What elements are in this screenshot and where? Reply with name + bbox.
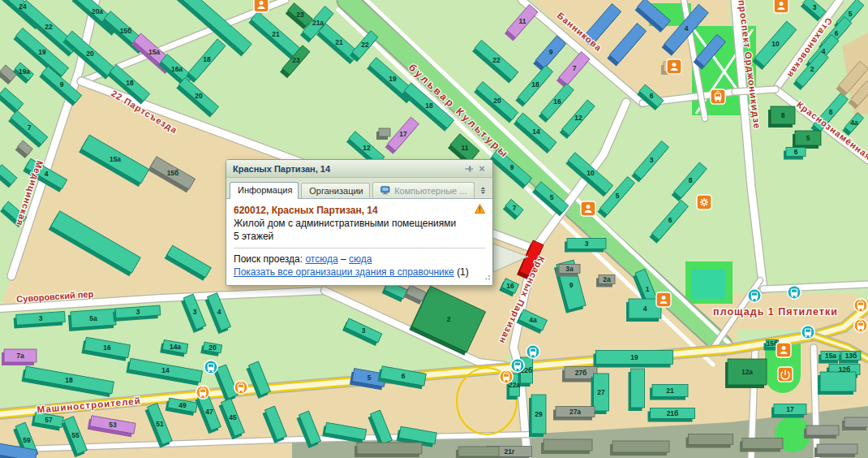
building-number-label: 53 (109, 421, 117, 429)
person-icon[interactable] (774, 0, 789, 13)
resize-grip[interactable] (483, 272, 491, 285)
building-number-label: 20 (86, 50, 94, 58)
building-number-label: 21 (335, 38, 343, 46)
bus-icon[interactable] (204, 361, 217, 374)
bus-icon[interactable] (788, 286, 801, 299)
street-label: площадь 1 Пятилетки (713, 306, 838, 318)
route-from-link[interactable]: отсюда (305, 253, 337, 265)
building[interactable] (817, 444, 857, 454)
building-number-label: 15а (825, 352, 836, 360)
route-search-row: Поиск проезда: отсюда – сюда (234, 253, 485, 266)
road (814, 348, 817, 458)
building[interactable] (742, 439, 783, 449)
building-number-label: 2 (810, 65, 814, 73)
warning-icon[interactable] (475, 204, 485, 217)
person-icon[interactable] (581, 201, 595, 216)
building[interactable] (612, 441, 669, 452)
pin-icon[interactable] (462, 162, 475, 175)
building-number-label: 21 (666, 387, 674, 395)
building-number-label: 12 (574, 114, 582, 122)
building-number-label: 4 (822, 47, 826, 55)
building-number-label: 14 (532, 127, 540, 136)
park-area (691, 270, 725, 299)
bus-icon[interactable] (801, 326, 814, 339)
building-number-label: 3а (565, 265, 574, 273)
popup-body: 620012, Красных Партизан, 14 Жилой дом с… (226, 199, 492, 285)
building-number-label: 9 (549, 48, 553, 56)
building-floors: 5 этажей (234, 230, 485, 243)
building-number-label: 23 (296, 11, 304, 19)
building-number-label: 5 (616, 192, 620, 200)
building-number-label: 21 (272, 30, 280, 38)
building[interactable] (357, 443, 422, 454)
bus-icon[interactable] (526, 345, 539, 358)
bus-icon[interactable] (511, 359, 524, 372)
building-number-label: 3 (813, 3, 817, 11)
person-icon[interactable] (656, 292, 671, 307)
bus-icon[interactable] (748, 289, 761, 302)
tab-information[interactable]: Информация (230, 182, 299, 199)
tram-icon[interactable] (234, 381, 247, 394)
building[interactable] (844, 417, 868, 427)
person-icon[interactable] (254, 0, 269, 12)
building-number-label: 19 (389, 75, 397, 83)
show-organizations-link[interactable]: Показать все организации здания в справо… (234, 266, 454, 278)
building-number-label: 6 (650, 92, 654, 100)
close-icon[interactable]: × (475, 162, 488, 175)
building-number-label: 49 (178, 401, 187, 409)
building[interactable] (689, 434, 733, 445)
building-number-label: 29 (535, 410, 543, 418)
building-number-label: 57 (45, 416, 53, 424)
building-number-label: 9 (569, 281, 574, 289)
building-number-label: 22 (45, 23, 53, 31)
tab-organizations[interactable]: Организации (301, 183, 369, 198)
building-number-label: 4а (529, 316, 537, 324)
building-number-label: 5 (550, 193, 554, 201)
building-number-label: 5 (806, 134, 810, 142)
route-to-link[interactable]: сюда (349, 253, 372, 265)
tram-icon[interactable] (854, 319, 867, 332)
orgs-count: (1) (457, 266, 469, 278)
building-number-label: 18 (425, 102, 433, 110)
building-number-label: 6 (794, 148, 798, 156)
building[interactable] (820, 372, 856, 391)
building[interactable] (544, 439, 592, 451)
building-number-label: 47 (205, 408, 213, 416)
building-number-label: 20 (208, 344, 217, 352)
building-number-label: 19 (630, 353, 638, 361)
building-number-label: 20 (195, 92, 203, 100)
popup-title: Красных Партизан, 14 (233, 164, 330, 174)
building[interactable] (806, 426, 839, 435)
building-number-label: 55 (71, 431, 79, 439)
building-address: 620012, Красных Партизан, 14 (234, 204, 475, 217)
building-number-label: 5 (849, 10, 853, 18)
tram-icon[interactable] (196, 386, 209, 399)
tram-icon[interactable] (711, 89, 725, 104)
building-number-label: 45 (229, 413, 237, 421)
route-search-label: Поиск проезда: (234, 253, 303, 265)
building-number-label: 10 (771, 40, 780, 48)
building-number-label: 59 (23, 436, 31, 444)
building-number-label: 20а (92, 7, 103, 15)
building-number-label: 3 (585, 240, 589, 248)
person-icon[interactable] (776, 343, 791, 357)
building-number-label: 9 (60, 80, 64, 89)
building-number-label: 5а (89, 314, 97, 322)
tram-icon[interactable] (500, 370, 513, 383)
building-number-label: 19а (19, 67, 30, 76)
building-number-label: 7а (16, 352, 24, 360)
person-icon[interactable] (667, 59, 681, 74)
tab-overflow-button[interactable] (477, 184, 489, 197)
tab-computers[interactable]: Компьютерные ... (372, 182, 475, 198)
building-number-label: 7 (513, 204, 517, 212)
building[interactable] (458, 447, 499, 456)
popup-tab-bar: Информация Организации Компьютерные ... (226, 178, 492, 199)
fountain-icon[interactable] (778, 367, 793, 382)
building-number-label: 8 (829, 108, 833, 116)
building[interactable] (631, 369, 645, 408)
building-number-label: 22 (361, 41, 369, 49)
building[interactable] (379, 128, 390, 136)
info-popup: Красных Партизан, 14 × Информация Органи… (226, 159, 493, 286)
gear-icon[interactable] (697, 195, 711, 210)
tram-icon[interactable] (854, 299, 867, 312)
